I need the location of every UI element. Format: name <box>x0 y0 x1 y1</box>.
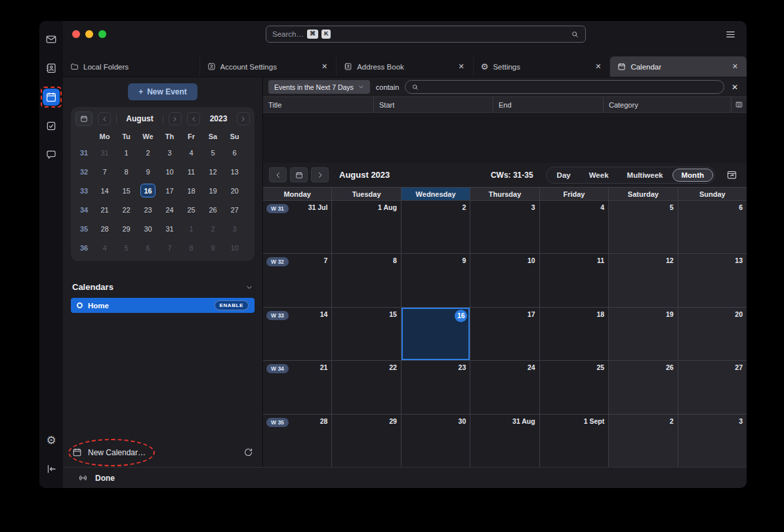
month-cell[interactable]: 8 <box>332 254 400 306</box>
month-cell[interactable]: 31 Aug <box>470 415 539 467</box>
mini-cal-date[interactable]: 23 <box>137 200 159 219</box>
mini-cal-date[interactable]: 9 <box>202 238 224 257</box>
collapse-sidebar-button[interactable] <box>43 460 60 478</box>
close-tab-icon[interactable]: ✕ <box>320 62 329 71</box>
month-cell[interactable]: 6 <box>678 201 747 253</box>
close-window-button[interactable] <box>72 30 80 38</box>
mini-cal-date[interactable]: 22 <box>115 200 137 219</box>
mini-cal-date[interactable]: 7 <box>94 162 115 181</box>
mini-cal-date[interactable]: 5 <box>202 143 224 162</box>
mini-cal-date[interactable]: 21 <box>94 200 115 219</box>
view-button-week[interactable]: Week <box>580 169 618 182</box>
mini-cal-date[interactable]: 2 <box>137 143 159 162</box>
view-button-multiweek[interactable]: Multiweek <box>618 169 672 182</box>
calendars-section-header[interactable]: Calendars <box>72 282 253 292</box>
minimize-window-button[interactable] <box>85 30 93 38</box>
month-cell[interactable]: 1 Aug <box>332 201 400 253</box>
mini-cal-date[interactable]: 24 <box>159 200 180 219</box>
mini-cal-date[interactable]: 7 <box>159 238 180 257</box>
month-cell[interactable]: 15 <box>332 308 400 360</box>
mini-cal-date[interactable]: 4 <box>94 238 115 257</box>
month-cell[interactable]: 4 <box>540 201 608 253</box>
month-cell[interactable]: 11 <box>540 254 608 306</box>
month-cell[interactable]: 12 <box>609 254 677 306</box>
settings-gear-button[interactable]: ⚙ <box>43 432 60 449</box>
month-cell[interactable]: 18 <box>540 308 608 360</box>
zoom-window-button[interactable] <box>98 30 106 38</box>
next-year-button[interactable] <box>237 112 250 125</box>
month-cell[interactable]: 27 <box>678 361 747 413</box>
mini-cal-date[interactable]: 18 <box>180 181 202 200</box>
calendar-list-item-home[interactable]: Home ENABLE <box>71 298 255 313</box>
month-cell[interactable]: 10 <box>470 254 539 306</box>
month-cell[interactable]: W 3314 <box>263 308 331 360</box>
mini-cal-date[interactable]: 27 <box>224 200 245 219</box>
mini-cal-date[interactable]: 25 <box>180 200 202 219</box>
tab-account-settings[interactable]: Account Settings ✕ <box>200 56 337 77</box>
address-book-space-button[interactable] <box>43 60 60 77</box>
event-filter-dropdown[interactable]: Events in the Next 7 Days <box>268 80 370 94</box>
mini-cal-date[interactable]: 31 <box>159 219 180 238</box>
mini-cal-date[interactable]: 1 <box>115 143 137 162</box>
month-cell[interactable]: 9 <box>402 254 470 306</box>
month-cell[interactable]: 22 <box>332 361 400 413</box>
mini-cal-date[interactable]: 26 <box>202 200 224 219</box>
month-cell[interactable]: 20 <box>678 308 747 360</box>
mini-cal-date[interactable]: 9 <box>137 162 159 181</box>
month-cell[interactable]: 17 <box>470 308 539 360</box>
mini-cal-date[interactable]: 10 <box>224 238 245 257</box>
mini-cal-date[interactable]: 5 <box>115 238 137 257</box>
month-cell[interactable]: 5 <box>609 201 677 253</box>
next-button[interactable] <box>311 167 329 182</box>
global-search-field[interactable]: Search… ⌘ K <box>266 26 586 43</box>
close-tab-icon[interactable]: ✕ <box>457 62 466 71</box>
event-column-header-start[interactable]: Start <box>374 97 493 112</box>
month-cell[interactable]: W 3528 <box>263 415 331 467</box>
month-cell[interactable]: 16 <box>402 308 470 360</box>
mini-cal-date[interactable]: 31 <box>94 143 115 162</box>
mini-cal-date[interactable]: 28 <box>94 219 115 238</box>
month-cell[interactable]: 30 <box>402 415 470 467</box>
prev-month-button[interactable] <box>98 112 111 125</box>
mini-cal-date[interactable]: 14 <box>94 181 115 200</box>
month-cell[interactable]: 2 <box>609 415 677 467</box>
tab-local-folders[interactable]: Local Folders <box>63 56 200 77</box>
month-cell[interactable]: 2 <box>402 201 470 253</box>
mini-cal-date[interactable]: 15 <box>115 181 137 200</box>
month-cell[interactable]: 29 <box>332 415 400 467</box>
mini-cal-date[interactable]: 11 <box>180 162 202 181</box>
month-cell[interactable]: 3 <box>470 201 539 253</box>
app-menu-icon[interactable] <box>725 29 736 40</box>
mini-cal-date[interactable]: 4 <box>180 143 202 162</box>
prev-year-button[interactable] <box>187 112 200 125</box>
sync-icon[interactable] <box>243 447 253 457</box>
view-button-day[interactable]: Day <box>548 169 580 182</box>
prev-button[interactable] <box>269 167 287 182</box>
tasks-space-button[interactable] <box>43 117 60 134</box>
month-cell[interactable]: 19 <box>609 308 677 360</box>
tab-calendar[interactable]: Calendar ✕ <box>610 56 747 77</box>
mini-cal-date[interactable]: 6 <box>224 143 245 162</box>
mini-cal-date[interactable]: 3 <box>224 219 245 238</box>
view-button-month[interactable]: Month <box>672 169 713 182</box>
month-cell[interactable]: W 3421 <box>263 361 331 413</box>
new-calendar-button[interactable]: New Calendar… <box>72 447 146 457</box>
column-picker-button[interactable] <box>732 97 747 112</box>
new-event-button[interactable]: + New Event <box>128 83 197 100</box>
mini-cal-date[interactable]: 16 <box>137 181 159 200</box>
mini-cal-date[interactable]: 8 <box>180 238 202 257</box>
mini-cal-date[interactable]: 20 <box>224 181 245 200</box>
mail-space-button[interactable] <box>43 31 60 48</box>
chat-space-button[interactable] <box>43 146 60 163</box>
mini-cal-date[interactable]: 12 <box>202 162 224 181</box>
month-cell[interactable]: W 327 <box>263 254 331 306</box>
event-column-header-category[interactable]: Category <box>604 97 732 112</box>
month-cell[interactable]: 26 <box>609 361 677 413</box>
tab-settings[interactable]: ⚙ Settings ✕ <box>474 56 611 77</box>
event-column-header-title[interactable]: Title <box>263 97 374 112</box>
mini-cal-date[interactable]: 8 <box>115 162 137 181</box>
month-cell[interactable]: 13 <box>678 254 747 306</box>
mini-cal-date[interactable]: 10 <box>159 162 180 181</box>
rotate-view-icon[interactable] <box>726 169 737 180</box>
mini-cal-date[interactable]: 17 <box>159 181 180 200</box>
